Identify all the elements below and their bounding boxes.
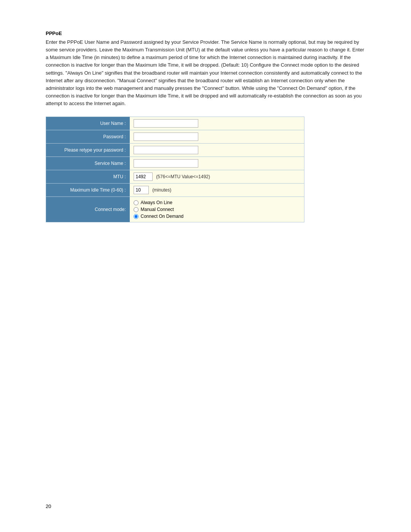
idle-time-row: Maximum Idle Time (0-60) : (minutes) xyxy=(46,184,304,197)
idle-time-value-cell: (minutes) xyxy=(130,184,304,197)
page-number: 20 xyxy=(46,503,51,509)
retype-password-row: Please retype your password : xyxy=(46,144,304,157)
username-label: User Name : xyxy=(46,117,130,130)
connect-mode-demand-label: Connect On Demand xyxy=(141,214,184,219)
mtu-hint: (576<=MTU Value<=1492) xyxy=(156,174,210,179)
connect-mode-manual-radio[interactable] xyxy=(134,207,139,212)
connect-mode-demand-row: Connect On Demand xyxy=(134,214,301,219)
mtu-value-cell: (576<=MTU Value<=1492) xyxy=(130,170,304,184)
connect-mode-manual-row: Manual Connect xyxy=(134,207,301,212)
idle-time-input[interactable] xyxy=(134,186,149,194)
service-name-input[interactable] xyxy=(134,159,198,168)
pppoe-form: User Name : Password : Please retype you… xyxy=(46,117,304,222)
idle-time-label: Maximum Idle Time (0-60) : xyxy=(46,184,130,197)
username-value-cell xyxy=(130,117,304,130)
connect-mode-always-row: Always On Line xyxy=(134,200,301,205)
password-row: Password : xyxy=(46,130,304,144)
username-row: User Name : xyxy=(46,117,304,130)
retype-password-label: Please retype your password : xyxy=(46,144,130,157)
idle-time-hint: (minutes) xyxy=(152,187,171,193)
retype-password-input[interactable] xyxy=(134,146,198,154)
connect-mode-demand-radio[interactable] xyxy=(134,214,139,219)
mtu-label: MTU : xyxy=(46,170,130,184)
service-name-value-cell xyxy=(130,157,304,170)
connect-mode-always-label: Always On Line xyxy=(141,200,172,205)
service-name-label: Service Name : xyxy=(46,157,130,170)
mtu-row: MTU : (576<=MTU Value<=1492) xyxy=(46,170,304,184)
connect-mode-always-radio[interactable] xyxy=(134,200,139,205)
connect-mode-value-cell: Always On Line Manual Connect Connect On… xyxy=(130,197,304,222)
service-name-row: Service Name : xyxy=(46,157,304,170)
retype-password-value-cell xyxy=(130,144,304,157)
password-label: Password : xyxy=(46,130,130,144)
connect-mode-manual-label: Manual Connect xyxy=(141,207,174,212)
section-title: PPPoE xyxy=(46,30,365,36)
description: Enter the PPPoE User Name and Password a… xyxy=(46,38,365,107)
mtu-input[interactable] xyxy=(134,173,153,181)
connect-mode-label: Connect mode: xyxy=(46,197,130,222)
password-input[interactable] xyxy=(134,133,198,141)
username-input[interactable] xyxy=(134,119,198,128)
password-value-cell xyxy=(130,130,304,144)
connect-mode-row: Connect mode: Always On Line Manual Conn… xyxy=(46,197,304,222)
